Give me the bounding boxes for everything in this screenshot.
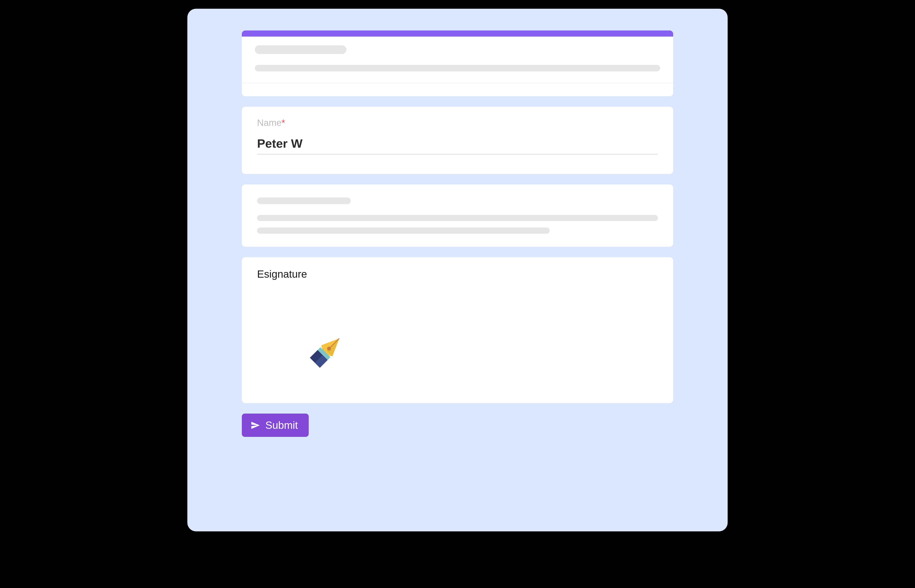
skeleton-field-line1 [257, 215, 658, 221]
submit-button[interactable]: Submit [242, 414, 309, 437]
name-label-text: Name [257, 118, 281, 128]
name-input[interactable] [257, 134, 658, 154]
header-footer [242, 83, 673, 96]
esignature-card[interactable]: Esignature [242, 257, 673, 403]
skeleton-title-placeholder [255, 45, 346, 54]
form-header-card [242, 31, 673, 96]
skeleton-field-label [257, 197, 351, 204]
required-asterisk: * [281, 118, 285, 128]
pen-nib-icon [307, 331, 346, 370]
skeleton-description-placeholder [255, 65, 660, 71]
placeholder-field-card [242, 184, 673, 247]
send-icon [251, 420, 260, 430]
submit-button-label: Submit [265, 419, 298, 431]
skeleton-field-line2 [257, 228, 550, 234]
esignature-label: Esignature [257, 268, 658, 280]
form-container: Name* Esignature Submit [188, 9, 727, 531]
name-field-card: Name* [242, 107, 673, 174]
header-body [242, 37, 673, 78]
name-field-label: Name* [257, 118, 658, 128]
